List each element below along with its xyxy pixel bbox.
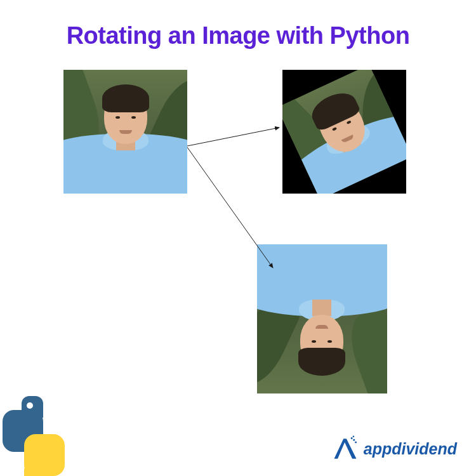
svg-point-1 [350,437,352,439]
image-rotated-25 [282,70,406,194]
svg-point-3 [355,441,357,443]
brand-text: appdividend [364,440,457,458]
svg-point-4 [352,435,354,437]
image-rotated-180 [257,244,387,393]
svg-point-2 [353,439,355,441]
brand-mark-icon [331,434,360,463]
python-logo-icon [0,407,74,476]
image-original [63,70,187,194]
portrait-rotated [282,70,406,194]
portrait-flipped [257,244,387,393]
brand-logo: appdividend [331,434,457,463]
portrait-original [63,70,187,194]
page-title: Rotating an Image with Python [0,22,476,50]
arrow-to-rotated [187,128,279,146]
